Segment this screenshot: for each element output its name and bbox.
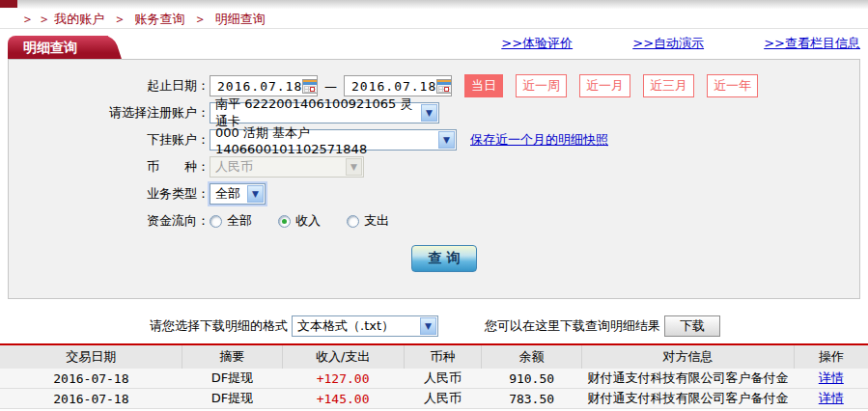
business-type-row: 业务类型： 全部 ▼ <box>9 180 859 207</box>
dropdown-arrow-icon: ▼ <box>420 317 436 335</box>
cell-balance: 783.50 <box>482 389 581 409</box>
download-format-value: 文本格式（.txt） <box>297 317 394 335</box>
table-header-row: 交易日期 摘要 收入/支出 币种 余额 对方信息 操作 <box>0 345 868 369</box>
fund-flow-row: 资金流向： 全部 收入 支出 <box>9 207 859 234</box>
calendar-icon[interactable] <box>436 79 452 94</box>
flow-all-label: 全部 <box>227 212 252 230</box>
dropdown-arrow-icon: ▼ <box>247 185 264 203</box>
auto-demo-link[interactable]: >>自动演示 <box>632 36 704 50</box>
cell-transaction-date: 2016-07-18 <box>0 369 182 389</box>
cell-summary: DF提现 <box>182 369 282 389</box>
header-summary: 摘要 <box>182 345 282 369</box>
dropdown-arrow-icon: ▼ <box>346 158 362 176</box>
cell-amount: +127.00 <box>282 369 404 389</box>
breadcrumb-separator: ＞ <box>113 12 126 26</box>
end-date-value: 2016.07.18 <box>351 79 436 94</box>
date-range-label: 起止日期： <box>9 77 210 95</box>
header-currency: 币种 <box>404 345 482 369</box>
sub-account-value: 000 活期 基本户 1406600101102571848 <box>215 124 433 156</box>
date-range-row: 起止日期： 2016.07.18 — 2016.07.18 当日 近一周 近一月… <box>9 72 859 99</box>
breadcrumb-prefix: ＞ ＞ <box>21 12 50 26</box>
tab-row: 明细查询 >>体验评价 >>自动演示 >>查看栏目信息 <box>8 29 860 59</box>
breadcrumb-item-detail-query[interactable]: 明细查询 <box>215 12 266 26</box>
table-row: 2016-07-18 DF提现 +145.00 人民币 783.50 财付通支付… <box>0 389 868 409</box>
quick-range-week-button[interactable]: 近一周 <box>516 74 567 97</box>
fund-flow-label: 资金流向： <box>9 212 210 230</box>
header-balance: 余额 <box>482 345 581 369</box>
registered-account-select[interactable]: 南平 6222001406100921065 灵通卡 ▼ <box>210 102 439 123</box>
query-button[interactable]: 查 询 <box>411 245 477 272</box>
cell-balance: 910.50 <box>482 369 581 389</box>
date-separator: — <box>324 79 337 94</box>
header-income-expense: 收入/支出 <box>282 345 404 369</box>
sub-account-row: 下挂账户： 000 活期 基本户 1406600101102571848 ▼ 保… <box>9 126 859 153</box>
flow-income-label: 收入 <box>295 212 321 230</box>
end-date-input[interactable]: 2016.07.18 <box>344 75 452 96</box>
quick-range-today-button[interactable]: 当日 <box>464 74 503 97</box>
cell-counterparty: 财付通支付科技有限公司客户备付金 <box>581 369 794 389</box>
header-counterparty: 对方信息 <box>581 345 794 369</box>
corner-red-block <box>0 0 17 8</box>
quick-range-year-button[interactable]: 近一年 <box>707 74 758 97</box>
flow-income-radio[interactable]: 收入 <box>278 212 321 230</box>
cell-transaction-date: 2016-07-18 <box>0 389 182 409</box>
flow-expense-label: 支出 <box>364 212 389 230</box>
radio-icon[interactable] <box>347 215 359 228</box>
top-strip <box>0 0 868 9</box>
header-transaction-date: 交易日期 <box>0 345 182 369</box>
breadcrumb-separator: ＞ <box>194 12 207 26</box>
transaction-table: 交易日期 摘要 收入/支出 币种 余额 对方信息 操作 2016-07-18 D… <box>0 345 868 409</box>
currency-value: 人民币 <box>215 158 253 176</box>
cell-amount: +145.00 <box>282 389 404 409</box>
cell-action: 详情 <box>795 369 868 389</box>
flow-all-radio[interactable]: 全部 <box>210 212 252 230</box>
currency-label: 币 种： <box>9 158 210 176</box>
table-row: 2016-07-18 DF提现 +127.00 人民币 910.50 财付通支付… <box>0 369 868 389</box>
save-snapshot-link[interactable]: 保存近一个月的明细快照 <box>470 131 608 149</box>
business-type-select[interactable]: 全部 ▼ <box>210 183 266 205</box>
cell-action: 详情 <box>795 389 868 409</box>
flow-expense-radio[interactable]: 支出 <box>347 212 389 230</box>
quick-range-month-button[interactable]: 近一月 <box>579 74 630 97</box>
download-hint: 您可以在这里下载查询明细结果 <box>485 317 660 335</box>
sub-account-select[interactable]: 000 活期 基本户 1406600101102571848 ▼ <box>210 129 457 151</box>
detail-query-page: { "breadcrumb": { "prefix": "＞ ＞", "sep"… <box>0 0 868 411</box>
start-date-input[interactable]: 2016.07.18 <box>210 75 318 96</box>
query-form-panel: 起止日期： 2016.07.18 — 2016.07.18 当日 近一周 近一月… <box>8 59 860 299</box>
download-button[interactable]: 下载 <box>664 315 720 337</box>
header-links: >>体验评价 >>自动演示 >>查看栏目信息 <box>445 35 860 52</box>
experience-rating-link[interactable]: >>体验评价 <box>501 36 573 50</box>
download-format-label: 请您选择下载明细的格式 <box>150 317 288 335</box>
breadcrumb-item-account-query[interactable]: 账务查询 <box>135 12 185 26</box>
start-date-value: 2016.07.18 <box>217 79 302 94</box>
currency-row: 币 种： 人民币 ▼ <box>9 153 859 180</box>
registered-account-label: 请选择注册账户： <box>9 104 210 122</box>
radio-icon[interactable] <box>210 215 222 228</box>
dropdown-arrow-icon: ▼ <box>438 131 455 149</box>
view-column-info-link[interactable]: >>查看栏目信息 <box>764 36 860 50</box>
breadcrumb: ＞ ＞ 我的账户 ＞ 账务查询 ＞ 明细查询 <box>0 9 868 29</box>
detail-link[interactable]: 详情 <box>819 370 844 385</box>
header-action: 操作 <box>795 345 868 369</box>
cell-counterparty: 财付通支付科技有限公司客户备付金 <box>581 389 794 409</box>
cell-currency: 人民币 <box>404 389 482 409</box>
cell-summary: DF提现 <box>182 389 282 409</box>
business-type-value: 全部 <box>215 185 240 203</box>
business-type-label: 业务类型： <box>9 185 210 203</box>
currency-select: 人民币 ▼ <box>210 156 364 178</box>
breadcrumb-item-my-accounts[interactable]: 我的账户 <box>54 12 104 26</box>
detail-link[interactable]: 详情 <box>819 391 844 405</box>
download-format-select[interactable]: 文本格式（.txt） ▼ <box>292 315 438 337</box>
sub-account-label: 下挂账户： <box>9 131 210 149</box>
radio-checked-icon[interactable] <box>278 215 291 228</box>
registered-account-row: 请选择注册账户： 南平 6222001406100921065 灵通卡 ▼ <box>9 99 859 126</box>
download-row: 请您选择下载明细的格式 文本格式（.txt） ▼ 您可以在这里下载查询明细结果 … <box>0 313 868 340</box>
cell-currency: 人民币 <box>404 369 482 389</box>
calendar-icon[interactable] <box>302 79 318 94</box>
tab-detail-query[interactable]: 明细查询 <box>8 36 108 59</box>
quick-range-quarter-button[interactable]: 近三月 <box>643 74 694 97</box>
dropdown-arrow-icon: ▼ <box>421 104 437 122</box>
